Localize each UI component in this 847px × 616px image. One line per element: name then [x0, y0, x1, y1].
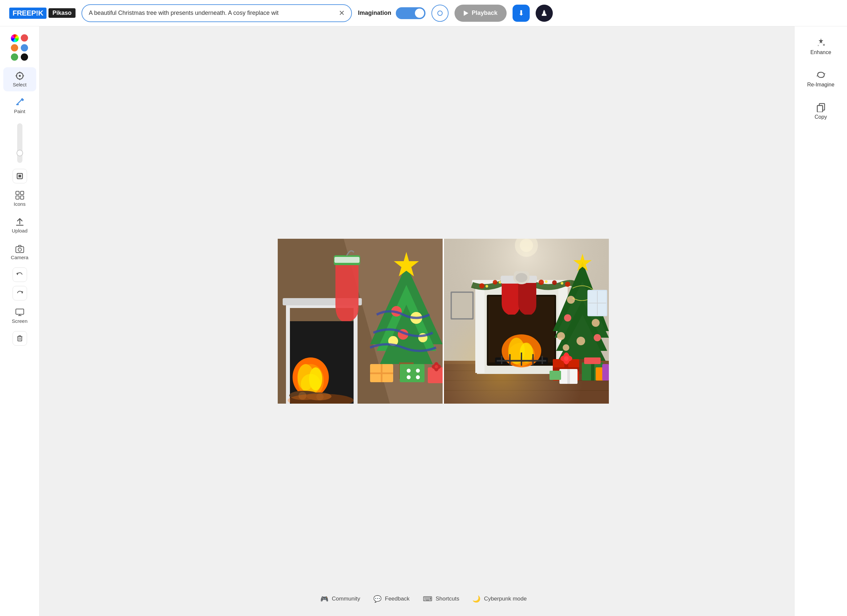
- search-bar[interactable]: A beautiful Christmas tree with presents…: [81, 4, 352, 22]
- imagination-toggle[interactable]: [396, 7, 425, 19]
- svg-point-130: [564, 356, 569, 361]
- square-icon: [16, 173, 23, 180]
- svg-point-122: [594, 334, 601, 341]
- svg-rect-106: [452, 293, 472, 318]
- square-btn[interactable]: [13, 169, 27, 183]
- tool-screen[interactable]: Screen: [3, 304, 36, 328]
- undo-icon: [16, 271, 24, 279]
- redo-button[interactable]: [13, 286, 27, 301]
- shortcuts-link[interactable]: ⌨ Shortcuts: [423, 595, 459, 603]
- community-link[interactable]: 🎮 Community: [320, 595, 360, 603]
- svg-rect-10: [18, 175, 21, 177]
- right-image-panel[interactable]: [444, 239, 609, 404]
- cyberpunk-link[interactable]: 🌙 Cyberpunk mode: [472, 595, 527, 603]
- camera-icon: [15, 244, 24, 253]
- tool-enhance[interactable]: Enhance: [798, 34, 844, 59]
- svg-point-58: [407, 375, 411, 379]
- feedback-link[interactable]: 💬 Feedback: [373, 595, 410, 603]
- icons-label: Icons: [14, 201, 26, 207]
- feedback-icon: 💬: [373, 595, 382, 603]
- playback-button[interactable]: Playback: [454, 4, 507, 22]
- left-image-panel[interactable]: [278, 239, 443, 404]
- playback-label: Playback: [472, 10, 497, 16]
- screen-icon: [15, 308, 24, 317]
- svg-point-147: [817, 45, 819, 46]
- circle-button[interactable]: [431, 4, 449, 22]
- color-blue[interactable]: [21, 44, 28, 52]
- svg-point-110: [515, 273, 527, 282]
- left-toolbar: Select Paint: [0, 27, 40, 616]
- svg-point-101: [545, 280, 547, 283]
- canvas-area: [40, 27, 847, 616]
- svg-point-121: [557, 332, 565, 340]
- imagination-label: Imagination: [358, 10, 391, 16]
- svg-rect-135: [567, 369, 570, 384]
- color-orange[interactable]: [11, 44, 18, 52]
- camera-label: Camera: [11, 255, 28, 260]
- color-red[interactable]: [21, 34, 28, 41]
- circle-inner-icon: [437, 10, 443, 16]
- svg-rect-75: [475, 287, 484, 373]
- tool-upload[interactable]: Upload: [3, 213, 36, 237]
- svg-rect-150: [817, 106, 823, 112]
- svg-point-123: [577, 337, 585, 345]
- svg-point-145: [520, 239, 533, 252]
- image-container: [278, 239, 609, 404]
- tool-icons[interactable]: Icons: [3, 187, 36, 211]
- clear-search-icon[interactable]: ✕: [339, 9, 345, 18]
- tool-copy[interactable]: Copy: [798, 99, 844, 123]
- avatar[interactable]: ♟: [536, 4, 553, 22]
- tool-reimagine[interactable]: Re-Imagine: [798, 66, 844, 91]
- reimagine-label: Re-Imagine: [807, 82, 834, 88]
- svg-rect-143: [587, 290, 607, 316]
- svg-point-119: [564, 314, 571, 321]
- copy-icon: [816, 102, 826, 112]
- feedback-label: Feedback: [385, 595, 410, 602]
- svg-rect-12: [21, 191, 24, 195]
- svg-point-35: [301, 374, 320, 394]
- community-label: Community: [332, 595, 360, 602]
- svg-point-91: [493, 280, 497, 284]
- svg-line-7: [18, 100, 22, 104]
- svg-rect-138: [602, 364, 609, 380]
- tool-select[interactable]: Select: [3, 67, 36, 91]
- paint-icon: [15, 98, 24, 107]
- undo-button[interactable]: [13, 267, 27, 282]
- brush-size-slider[interactable]: [17, 123, 22, 163]
- download-icon: ⬇: [518, 9, 524, 18]
- pikaso-logo[interactable]: Pikaso: [49, 8, 75, 18]
- tool-paint[interactable]: Paint: [3, 94, 36, 118]
- svg-rect-137: [549, 371, 561, 380]
- delete-button[interactable]: [13, 331, 27, 346]
- svg-point-63: [435, 365, 438, 368]
- enhance-label: Enhance: [810, 49, 831, 55]
- paint-label: Paint: [14, 109, 25, 114]
- svg-rect-13: [16, 196, 19, 199]
- svg-rect-21: [18, 337, 22, 341]
- svg-rect-28: [354, 305, 357, 404]
- select-icon: [15, 71, 24, 81]
- tool-camera[interactable]: Camera: [3, 240, 36, 264]
- right-panel: Enhance Re-Imagine Copy: [794, 27, 847, 616]
- svg-rect-14: [21, 196, 24, 199]
- bottom-bar: 🎮 Community 💬 Feedback ⌨ Shortcuts 🌙 Cyb…: [320, 595, 527, 603]
- download-button[interactable]: ⬇: [512, 4, 530, 22]
- reimagine-icon: [816, 70, 826, 80]
- shortcuts-icon: ⌨: [423, 595, 432, 603]
- svg-rect-132: [591, 363, 594, 380]
- color-green[interactable]: [11, 53, 18, 61]
- select-label: Select: [13, 82, 27, 87]
- svg-point-1: [19, 75, 21, 77]
- color-black[interactable]: [21, 53, 28, 61]
- redo-icon: [16, 290, 24, 297]
- svg-rect-55: [400, 364, 425, 382]
- svg-point-59: [416, 375, 420, 379]
- svg-rect-11: [16, 191, 19, 195]
- logo[interactable]: FREEP!K Pikaso: [9, 7, 75, 19]
- color-multicolor[interactable]: [11, 34, 19, 42]
- slider-thumb: [16, 150, 23, 156]
- freepik-logo[interactable]: FREEP!K: [9, 7, 47, 19]
- shortcuts-label: Shortcuts: [436, 595, 459, 602]
- svg-point-90: [479, 283, 484, 289]
- enhance-icon: [816, 38, 826, 47]
